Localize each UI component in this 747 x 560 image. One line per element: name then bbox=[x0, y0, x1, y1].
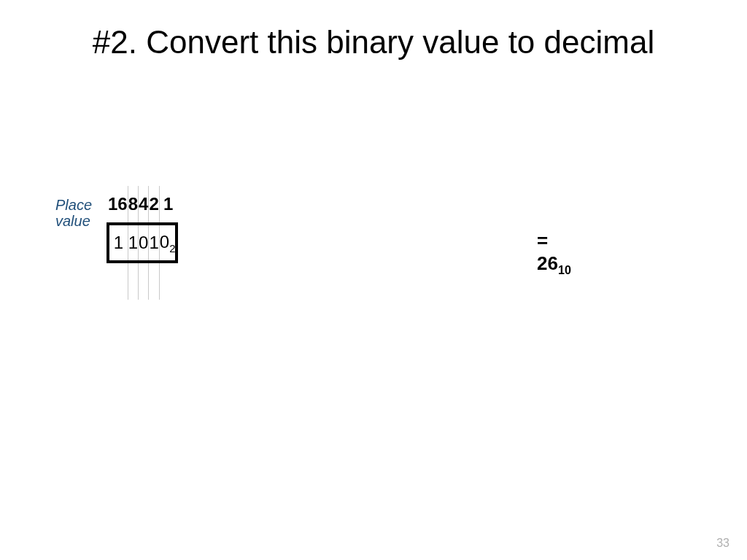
place-value-label: Place value bbox=[55, 197, 92, 229]
binary-grid: 16 8 4 2 1 1 1 0 1 02 bbox=[107, 186, 178, 300]
place-value-cell: 1 bbox=[159, 186, 177, 224]
binary-value-row: 1 1 0 1 02 bbox=[108, 224, 177, 262]
result-base-subscript: 10 bbox=[558, 263, 571, 276]
place-value-cell: 4 bbox=[139, 186, 149, 224]
place-value-row: 16 8 4 2 1 bbox=[108, 186, 177, 224]
empty-row bbox=[108, 262, 177, 300]
place-value-cell: 8 bbox=[128, 186, 138, 224]
binary-digit-cell-last: 02 bbox=[159, 224, 177, 262]
binary-base-subscript: 2 bbox=[169, 242, 175, 254]
binary-digit-cell: 1 bbox=[108, 224, 128, 262]
slide-title: #2. Convert this binary value to decimal bbox=[0, 0, 747, 62]
binary-digit: 0 bbox=[160, 232, 169, 252]
binary-digit-cell: 1 bbox=[149, 224, 159, 262]
result-value: = 26 bbox=[537, 230, 558, 274]
binary-digit-cell: 0 bbox=[139, 224, 149, 262]
place-value-cell: 16 bbox=[108, 186, 128, 224]
page-number: 33 bbox=[716, 537, 729, 550]
decimal-result: = 2610 bbox=[537, 230, 571, 277]
place-value-cell: 2 bbox=[149, 186, 159, 224]
binary-digit-cell: 1 bbox=[128, 224, 138, 262]
place-value-label-line1: Place bbox=[55, 197, 92, 213]
place-value-label-line2: value bbox=[55, 213, 90, 229]
